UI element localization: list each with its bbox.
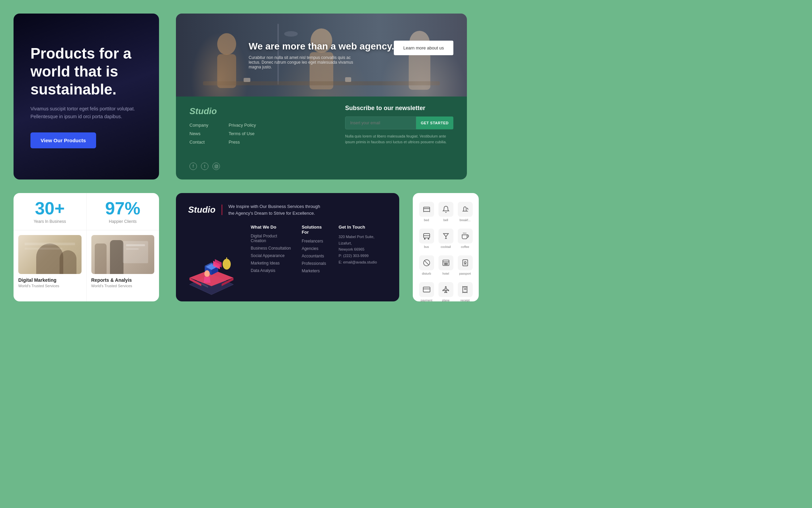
icon-item-bus[interactable]: bus [418, 226, 435, 251]
svg-rect-5 [217, 54, 236, 88]
svg-rect-36 [423, 209, 429, 211]
service-social-appearance[interactable]: Social Appearance [251, 253, 292, 258]
bell-label: bell [443, 218, 448, 222]
solutions-col: Solutions For Freelancers Agencies Accou… [302, 225, 329, 276]
digital-marketing-image [18, 235, 82, 274]
icon-item-disturb[interactable]: disturb [418, 253, 435, 278]
instagram-icon[interactable] [212, 163, 220, 170]
stat-years-number: 30+ [35, 199, 65, 217]
nav-contact[interactable]: Contact [189, 140, 208, 145]
svg-rect-47 [446, 263, 447, 265]
service-data-analysis[interactable]: Data Analysis [251, 268, 292, 273]
solution-professionals[interactable]: Professionals [302, 261, 329, 266]
icon-item-passport[interactable]: passport [456, 253, 474, 278]
studio-panel: Studio We Inspire with Our Business Serv… [176, 193, 399, 301]
studio-tagline: We Inspire with Our Business Services th… [228, 203, 323, 216]
solution-marketers[interactable]: Marketers [302, 269, 329, 273]
svg-rect-13 [215, 165, 218, 168]
view-products-button[interactable]: View Our Products [30, 132, 96, 148]
studio-illustration [183, 247, 240, 296]
footer-nav-col2: Privacy Policy Terms of Use Press [229, 123, 256, 148]
agency-panel: We are more than a web agency. Curabitur… [176, 14, 467, 179]
solutions-heading: Solutions For [302, 225, 329, 235]
stats-row: 30+ Years In Business 97% Happier Client… [14, 193, 159, 230]
icon-item-bed[interactable]: bed [418, 199, 435, 225]
service-marketing-ideas[interactable]: Marketing Ideas [251, 261, 292, 266]
breakfast-icon [458, 202, 473, 217]
cocktail-label: cocktail [441, 245, 451, 249]
stat-clients-label: Happier Clients [109, 219, 137, 224]
payment-icon [419, 282, 434, 297]
newsletter-form: GET STARTED [345, 117, 453, 129]
icon-item-breakfast[interactable]: breakf... [456, 199, 474, 225]
studio-header: Studio We Inspire with Our Business Serv… [188, 203, 387, 216]
newsletter-input[interactable] [345, 117, 416, 129]
icon-item-receipt[interactable]: receipt [456, 279, 474, 305]
social-icons: f t [189, 163, 220, 170]
receipt-label: receipt [460, 299, 470, 302]
svg-rect-19 [126, 244, 145, 246]
plane-icon [438, 282, 453, 297]
nav-news[interactable]: News [189, 131, 208, 136]
icon-item-bell[interactable]: bell [437, 199, 455, 225]
products-panel: Products for a world that is sustainable… [14, 14, 159, 179]
svg-point-4 [217, 33, 236, 55]
stat-years: 30+ Years In Business [14, 193, 87, 230]
svg-point-32 [223, 259, 231, 270]
twitter-icon[interactable]: t [201, 163, 208, 170]
passport-icon [458, 255, 473, 270]
learn-more-button[interactable]: Learn more about us [394, 41, 453, 55]
passport-label: passport [459, 272, 471, 275]
solution-freelancers[interactable]: Freelancers [302, 239, 329, 244]
icon-item-cocktail[interactable]: cocktail [437, 226, 455, 251]
nav-terms[interactable]: Terms of Use [229, 131, 256, 136]
nav-press[interactable]: Press [229, 140, 256, 145]
facebook-icon[interactable]: f [189, 163, 197, 170]
main-layout: Products for a world that is sustainable… [0, 0, 812, 508]
products-subtitle: Vivamus suscipit tortor eget felis portt… [30, 105, 142, 120]
coffee-label: coffee [461, 245, 469, 249]
svg-rect-20 [126, 248, 138, 250]
bus-label: bus [424, 245, 429, 249]
nav-privacy[interactable]: Privacy Policy [229, 123, 256, 128]
icon-item-coffee[interactable]: coffee [456, 226, 474, 251]
solution-agencies[interactable]: Agencies [302, 246, 329, 251]
agency-hero-section: We are more than a web agency. Curabitur… [176, 14, 467, 97]
service-subtitle-2: World's Trusted Services [91, 284, 155, 288]
svg-line-44 [424, 261, 429, 265]
service-title-1: Digital Marketing [18, 277, 82, 283]
svg-point-49 [464, 261, 466, 263]
contact-heading: Get In Touch [339, 225, 387, 230]
what-we-do-col: What We Do Digital Product Creation Busi… [251, 225, 292, 276]
service-subtitle-1: World's Trusted Services [18, 284, 82, 288]
svg-point-15 [217, 165, 217, 166]
what-we-do-heading: What We Do [251, 225, 292, 230]
agency-footer-section: Studio Company News Contact Privacy Poli… [176, 97, 467, 179]
stats-panel: 30+ Years In Business 97% Happier Client… [14, 193, 159, 301]
icon-item-hotel[interactable]: hotel [437, 253, 455, 278]
icon-item-payment[interactable]: payment [418, 279, 435, 305]
solution-accountants[interactable]: Accountants [302, 254, 329, 258]
reports-image [91, 235, 155, 274]
icon-item-plane[interactable]: plane [437, 279, 455, 305]
hotel-label: hotel [443, 272, 449, 275]
service-reports: Reports & Analyis World's Trusted Servic… [87, 230, 159, 301]
agency-text-overlay: We are more than a web agency. Curabitur… [249, 41, 394, 69]
svg-rect-12 [345, 77, 351, 82]
service-digital-marketing: Digital Marketing World's Trusted Servic… [14, 230, 87, 301]
icons-grid: bed bell br [418, 199, 474, 305]
service-business-consultation[interactable]: Business Consultation [251, 246, 292, 251]
service-title-2: Reports & Analyis [91, 277, 155, 283]
stat-clients: 97% Happier Clients [87, 193, 159, 230]
cocktail-icon [438, 229, 453, 244]
studio-logo: Studio [188, 205, 222, 215]
isometric-svg [183, 247, 240, 296]
newsletter-submit-button[interactable]: GET STARTED [416, 117, 453, 129]
svg-point-14 [216, 166, 217, 167]
svg-rect-45 [443, 260, 449, 266]
products-headline: Products for a world that is sustainable… [30, 45, 142, 98]
service-digital-product[interactable]: Digital Product Creation [251, 234, 292, 243]
stat-clients-number: 97% [105, 199, 140, 217]
bed-icon [419, 202, 434, 217]
nav-company[interactable]: Company [189, 123, 208, 128]
